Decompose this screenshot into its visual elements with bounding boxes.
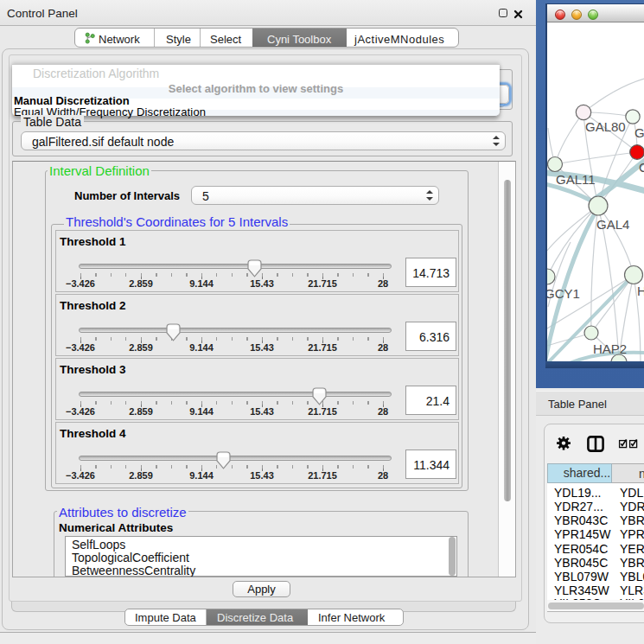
svg-text:HAP2: HAP2 <box>593 341 627 356</box>
svg-text:GAL11: GAL11 <box>556 172 596 187</box>
svg-text:H: H <box>637 284 644 298</box>
svg-text:GAL4: GAL4 <box>596 217 629 232</box>
svg-text:G.: G. <box>634 125 644 140</box>
svg-text:GAL80: GAL80 <box>585 119 626 134</box>
svg-text:GCY1: GCY1 <box>547 286 580 301</box>
svg-text:C: C <box>639 160 644 175</box>
